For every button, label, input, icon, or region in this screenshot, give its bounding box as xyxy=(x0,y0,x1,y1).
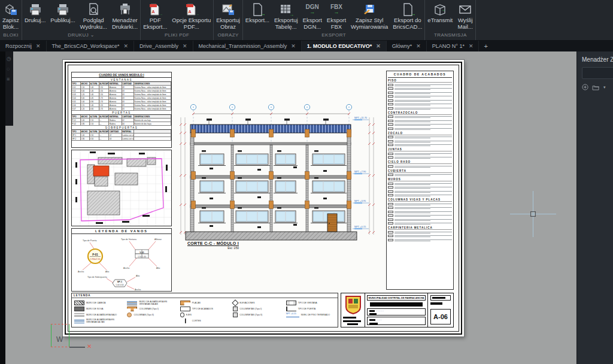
wall-head-symbol-icon xyxy=(74,301,84,305)
tab-close-icon[interactable]: ✕ xyxy=(416,43,421,49)
acabados-item-tag xyxy=(388,144,393,146)
legend-item: TIPO DE VENTANA xyxy=(286,301,335,305)
vanos-section-ventanas: VENTANAS xyxy=(72,78,171,82)
acabados-item-tag xyxy=(388,103,393,105)
caret-down-icon[interactable]: ▾ xyxy=(603,85,606,90)
ribbon-button-print-preview[interactable]: Podgląd Wydruku... xyxy=(78,0,110,32)
acabados-item-tag xyxy=(388,235,393,237)
document-tab[interactable]: Drive_Assembly✕ xyxy=(134,41,193,51)
acabados-item-tag xyxy=(388,231,393,233)
ribbon-button-etransmit[interactable]: →eTransmit xyxy=(425,0,455,32)
acabados-item-tag xyxy=(388,194,393,196)
axis-symbol-icon xyxy=(180,313,184,317)
svg-text:→: → xyxy=(159,11,162,17)
legend-item: MURO DE CABEZA xyxy=(74,301,123,305)
acabados-item xyxy=(388,136,452,139)
legend-item-label: COLUMNETAS (Tipo I) xyxy=(239,308,262,310)
document-tab[interactable]: PLANO N° 1*✕ xyxy=(427,41,480,51)
legend-item-label: COLUMNETAS (Tipo II) xyxy=(239,314,262,316)
cn1-symbol-icon xyxy=(233,307,238,311)
ribbon-button-print[interactable]: Drukuj... xyxy=(22,0,48,32)
panel-title: Menadżer Z xyxy=(582,56,613,63)
acabados-title: CUADRO DE ACABADOS xyxy=(388,72,452,78)
document-tab[interactable]: Mechanical_Transmission_Assembly✕ xyxy=(193,41,302,51)
legend-item-label: TIPO DE VENTANA xyxy=(298,302,317,304)
legend-item: MURO DE ALBAÑILERIA BAJO xyxy=(74,313,123,317)
ribbon-button-plotter[interactable]: Menadżer Drukarki... xyxy=(110,0,140,32)
document-tab[interactable]: Rozpocznij✕ xyxy=(0,41,47,51)
legend-item-label: CORTES xyxy=(192,320,201,322)
document-tab-label: Rozpocznij xyxy=(5,43,32,49)
drawing-canvas[interactable]: ◷◌≡ CUADRO DE VANOS MODULO IVENTANASTIPO… xyxy=(5,51,576,364)
acabados-section-title: CIELO RASO xyxy=(388,160,452,164)
tab-close-icon[interactable]: ✕ xyxy=(36,43,41,49)
legend-item-label: ELEVACIONES xyxy=(239,302,254,304)
col2-symbol-icon xyxy=(127,313,132,317)
acabados-item xyxy=(388,186,452,189)
ribbon-button-label: Eksportuj Obraz xyxy=(216,17,240,30)
svg-text:1.90x2.10: 1.90x2.10 xyxy=(90,258,101,260)
panel-search-input[interactable] xyxy=(582,67,613,79)
circle-plus-icon[interactable] xyxy=(582,84,588,90)
new-tab-button[interactable]: + xyxy=(479,43,492,50)
document-tab[interactable]: Główny*✕ xyxy=(387,41,427,51)
ribbon-button-export-dgn[interactable]: DGN→Eksport DGN... xyxy=(301,0,324,32)
ribbon-button-export-bricscad[interactable]: →Eksport do BricsCAD... xyxy=(390,0,424,32)
ribbon-button-label: Eksportuj Tabelę... xyxy=(274,17,298,30)
door-symbol-icon xyxy=(286,307,296,311)
ribbon-button-publish[interactable]: Publikuj... xyxy=(48,0,77,32)
ribbon-button-save-dim-style[interactable]: ←Zapisz Styl Wymiarowania xyxy=(348,0,390,32)
svg-text:1.50 1.40: 1.50 1.40 xyxy=(138,256,146,258)
svg-text:Tipo de Ventana: Tipo de Ventana xyxy=(121,238,136,241)
ribbon-button-label: Eksport... xyxy=(245,17,269,24)
circle-icon[interactable]: ◌ xyxy=(7,66,13,72)
acabados-item-tag xyxy=(388,153,393,155)
tab-close-icon[interactable]: ✕ xyxy=(183,43,187,49)
placa-symbol-icon xyxy=(180,301,190,305)
svg-text:V-01: V-01 xyxy=(139,251,144,254)
ribbon-button-export-image[interactable]: Eksportuj Obraz xyxy=(214,0,242,32)
tab-close-icon[interactable]: ✕ xyxy=(291,43,296,49)
legend-item: CORTES xyxy=(180,318,229,323)
document-tab[interactable]: The_BricsCAD_Workspace*✕ xyxy=(47,41,134,51)
acabados-item xyxy=(388,156,452,159)
legend-item-label: COLUMNAS (Tipo I) xyxy=(139,308,159,310)
ribbon-button-mail[interactable]: Wyślij Mail... xyxy=(455,0,475,32)
document-tab[interactable]: 1. MODULO EDUCATIVO*✕ xyxy=(302,41,387,51)
clock-icon[interactable]: ◷ xyxy=(7,56,13,62)
svg-text:Ancho: Ancho xyxy=(123,267,129,269)
ribbon-button-pdf-export[interactable]: A→PDF Eksport... xyxy=(141,0,169,32)
ribbon-button-block-save[interactable]: Zapisz Blok... xyxy=(0,0,22,32)
document-tab-label: Mechanical_Transmission_Assembly xyxy=(199,43,287,49)
ribbon-button-pdf-options[interactable]: A→Opcje Eksportu PDF... xyxy=(169,0,213,32)
ribbon: Zapisz Blok...BLOKIDrukuj...Publikuj...P… xyxy=(0,0,613,41)
document-tab-label: Drive_Assembly xyxy=(139,43,178,49)
document-tabs: Rozpocznij✕The_BricsCAD_Workspace*✕Drive… xyxy=(0,41,613,51)
legend-item-label: NIVEL DE PISO TERMINADO xyxy=(301,314,330,316)
acabados-item xyxy=(388,214,452,217)
legend-title: LEYENDA xyxy=(72,293,338,298)
acabados-item-tag xyxy=(388,128,393,130)
print-icon xyxy=(28,2,43,17)
plotter-icon xyxy=(117,2,133,17)
vanos-title: CUADRO DE VANOS MODULO I xyxy=(72,72,171,78)
tab-close-icon[interactable]: ✕ xyxy=(123,43,128,49)
acabados-item xyxy=(388,235,452,238)
export-dgn-icon: DGN→ xyxy=(305,2,320,17)
ribbon-button-export-table[interactable]: →Eksportuj Tabelę... xyxy=(272,0,301,32)
tab-close-icon[interactable]: ✕ xyxy=(376,43,381,49)
ribbon-button-label: Menadżer Drukarki... xyxy=(112,17,138,30)
sheet-set-manager-panel: Menadżer Z ▾ xyxy=(576,51,613,364)
ribbon-group-title: EKSPORT xyxy=(243,32,424,40)
svg-text:Alfeizar: Alfeizar xyxy=(154,238,162,241)
legend-column: TIPO DE VENTANATIPO DE PUERTANPT +0.15NI… xyxy=(286,299,335,324)
list-icon[interactable]: ≡ xyxy=(7,76,13,82)
acabados-item xyxy=(388,99,452,102)
tab-close-icon[interactable]: ✕ xyxy=(469,43,474,49)
acabados-item-tag xyxy=(388,186,393,189)
ribbon-button-export[interactable]: →Eksport... xyxy=(243,0,272,32)
open-folder-icon[interactable] xyxy=(592,84,600,90)
acabados-section-title: MUROS xyxy=(388,178,452,181)
ribbon-button-export-fbx[interactable]: FBX→Eksport FBX xyxy=(324,0,348,32)
publish-icon xyxy=(55,2,71,17)
